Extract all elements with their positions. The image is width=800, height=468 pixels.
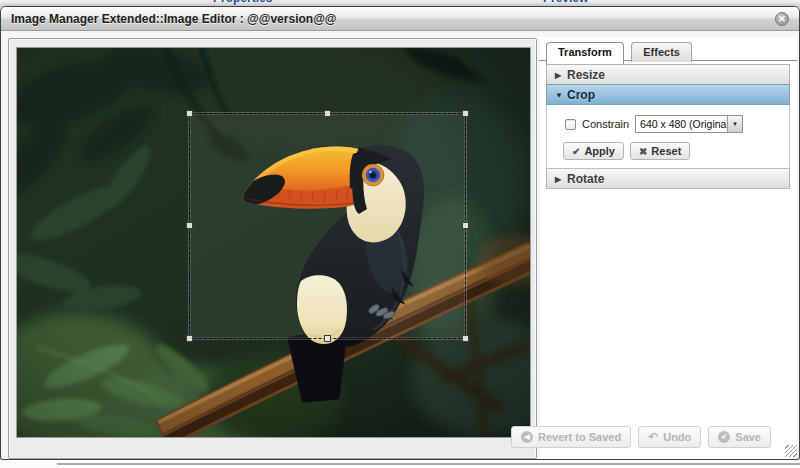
constrain-row: Constrain 640 x 480 (Original) ▼ bbox=[565, 115, 743, 133]
dialog-title: Image Manager Extended::Image Editor : @… bbox=[11, 12, 337, 26]
select-arrow-icon: ▼ bbox=[732, 121, 738, 127]
rotate-label: Rotate bbox=[567, 172, 604, 186]
crop-section-body: Constrain 640 x 480 (Original) ▼ ✔Apply … bbox=[546, 105, 790, 169]
crop-handle-n[interactable] bbox=[324, 110, 331, 117]
crop-handle-ne[interactable] bbox=[462, 110, 469, 117]
crop-handle-se[interactable] bbox=[462, 335, 469, 342]
footer-buttons: ◀Revert to Saved ↶Undo ✔Save bbox=[511, 426, 771, 448]
accordion-resize-header[interactable]: ▶Resize bbox=[546, 64, 790, 85]
constrain-checkbox[interactable] bbox=[565, 119, 576, 130]
image-editor-dialog: Image Manager Extended::Image Editor : @… bbox=[0, 6, 800, 460]
accordion: ▶Resize ▼Crop Constrain 640 x 480 (Origi… bbox=[546, 64, 790, 189]
dialog-titlebar[interactable]: Image Manager Extended::Image Editor : @… bbox=[1, 7, 799, 31]
reset-label: Reset bbox=[651, 145, 681, 157]
crop-overlay[interactable] bbox=[189, 113, 466, 339]
chevron-right-icon: ▶ bbox=[555, 169, 567, 190]
save-label: Save bbox=[735, 431, 761, 443]
photo-canvas[interactable] bbox=[17, 48, 530, 437]
tab-effects[interactable]: Effects bbox=[631, 42, 692, 62]
close-button[interactable]: ✕ bbox=[775, 12, 789, 26]
apply-button[interactable]: ✔Apply bbox=[563, 142, 624, 160]
image-panel bbox=[8, 38, 537, 459]
accordion-crop-header[interactable]: ▼Crop bbox=[546, 84, 790, 105]
select-arrow-button[interactable]: ▼ bbox=[727, 116, 742, 132]
size-select[interactable]: 640 x 480 (Original) ▼ bbox=[635, 115, 743, 133]
crop-handle-w[interactable] bbox=[186, 222, 193, 229]
resize-label: Resize bbox=[567, 68, 605, 82]
crop-handle-nw[interactable] bbox=[186, 110, 193, 117]
undo-icon: ↶ bbox=[648, 430, 658, 444]
reset-button[interactable]: ✖Reset bbox=[630, 142, 690, 160]
crop-handle-s[interactable] bbox=[324, 335, 331, 342]
page-background-bottom bbox=[0, 460, 800, 468]
tab-bar: Transform Effects bbox=[539, 37, 797, 61]
cross-icon: ✖ bbox=[639, 146, 647, 157]
background-divider bbox=[57, 463, 800, 465]
save-button[interactable]: ✔Save bbox=[708, 426, 771, 448]
check-icon: ✔ bbox=[572, 146, 580, 157]
close-icon: ✕ bbox=[778, 14, 786, 24]
constrain-label: Constrain bbox=[582, 118, 629, 130]
transform-panel: Transform Effects ▶Resize ▼Crop Constrai… bbox=[539, 37, 797, 459]
crop-actions-row: ✔Apply ✖Reset bbox=[563, 142, 690, 160]
accordion-rotate-header[interactable]: ▶Rotate bbox=[546, 168, 790, 189]
crop-label: Crop bbox=[567, 88, 595, 102]
revert-label: Revert to Saved bbox=[538, 431, 621, 443]
crop-handle-e[interactable] bbox=[462, 222, 469, 229]
chevron-down-icon: ▼ bbox=[555, 85, 567, 106]
revert-icon: ◀ bbox=[521, 431, 533, 443]
resize-grip[interactable] bbox=[785, 445, 797, 457]
chevron-right-icon: ▶ bbox=[555, 65, 567, 86]
apply-label: Apply bbox=[584, 145, 615, 157]
undo-label: Undo bbox=[663, 431, 691, 443]
tab-transform[interactable]: Transform bbox=[546, 42, 624, 64]
revert-button[interactable]: ◀Revert to Saved bbox=[511, 426, 631, 448]
save-icon: ✔ bbox=[718, 431, 730, 443]
crop-handle-sw[interactable] bbox=[186, 335, 193, 342]
undo-button[interactable]: ↶Undo bbox=[638, 426, 701, 448]
size-select-value: 640 x 480 (Original) bbox=[636, 116, 727, 132]
